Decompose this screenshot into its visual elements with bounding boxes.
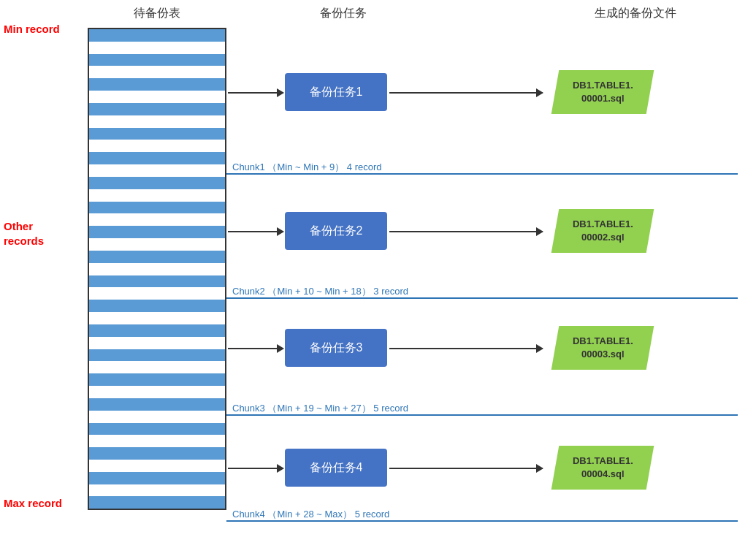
other-records-label: Other records	[4, 219, 44, 248]
arrow-task1-file1	[389, 92, 543, 94]
file-label-2: DB1.TABLE1. 00002.sql	[573, 218, 633, 244]
file-box-3: DB1.TABLE1. 00003.sql	[551, 326, 654, 370]
header-file: 生成的备份文件	[562, 6, 709, 21]
task-box-2: 备份任务2	[285, 212, 387, 250]
file-box-4: DB1.TABLE1. 00004.sql	[551, 446, 654, 490]
arrow-table-task2	[228, 231, 283, 232]
chunk-label-4: Chunk4 （Min + 28 ~ Max） 5 record	[232, 508, 389, 521]
file-label-1: DB1.TABLE1. 00001.sql	[573, 79, 633, 105]
arrow-task4-file4	[389, 468, 543, 469]
file-label-3: DB1.TABLE1. 00003.sql	[573, 335, 633, 361]
arrow-task3-file3	[389, 348, 543, 349]
table-visual	[88, 28, 226, 510]
min-record-label: Min record	[4, 23, 60, 35]
arrow-task2-file2	[389, 231, 543, 232]
task-box-1: 备份任务1	[285, 73, 387, 111]
arrow-table-task1	[228, 92, 283, 94]
task-box-3: 备份任务3	[285, 329, 387, 367]
file-box-1: DB1.TABLE1. 00001.sql	[551, 70, 654, 114]
header-task: 备份任务	[285, 6, 402, 21]
arrow-table-task4	[228, 468, 283, 469]
file-label-4: DB1.TABLE1. 00004.sql	[573, 455, 633, 481]
chunk-label-1: Chunk1 （Min ~ Min + 9） 4 record	[232, 161, 381, 174]
chunk-label-2: Chunk2 （Min + 10 ~ Min + 18） 3 record	[232, 285, 408, 298]
chunk-label-3: Chunk3 （Min + 19 ~ Min + 27） 5 record	[232, 402, 408, 415]
arrow-table-task3	[228, 348, 283, 349]
header-table: 待备份表	[88, 6, 226, 21]
diagram: 待备份表 备份任务 生成的备份文件 Min record Max record …	[0, 0, 756, 540]
task-box-4: 备份任务4	[285, 449, 387, 487]
max-record-label: Max record	[4, 497, 62, 509]
file-box-2: DB1.TABLE1. 00002.sql	[551, 209, 654, 253]
